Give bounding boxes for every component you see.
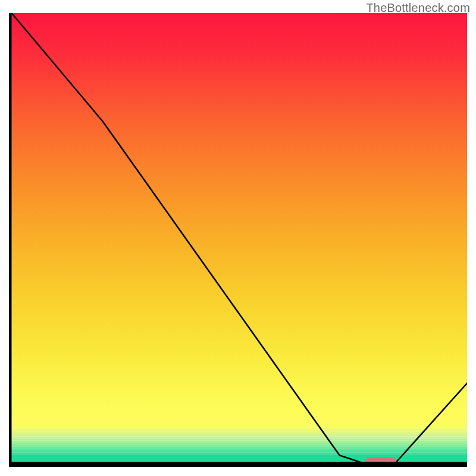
svg-rect-8	[9, 440, 467, 443]
svg-rect-3	[9, 430, 467, 432]
svg-rect-14	[9, 453, 467, 455]
band-strip	[9, 422, 467, 465]
svg-rect-10	[9, 444, 467, 447]
svg-rect-11	[9, 447, 467, 449]
gradient-block	[9, 13, 467, 425]
chart-svg	[9, 13, 467, 467]
svg-rect-2	[9, 427, 467, 430]
svg-rect-9	[9, 443, 467, 444]
svg-rect-13	[9, 450, 467, 453]
svg-rect-0	[9, 422, 467, 425]
chart-container: TheBottleneck.com	[0, 0, 476, 476]
svg-rect-5	[9, 434, 467, 437]
svg-rect-6	[9, 436, 467, 439]
bottleneck-chart	[9, 13, 467, 467]
svg-rect-7	[9, 439, 467, 440]
svg-rect-1	[9, 425, 467, 428]
svg-rect-12	[9, 449, 467, 450]
svg-rect-4	[9, 432, 467, 434]
